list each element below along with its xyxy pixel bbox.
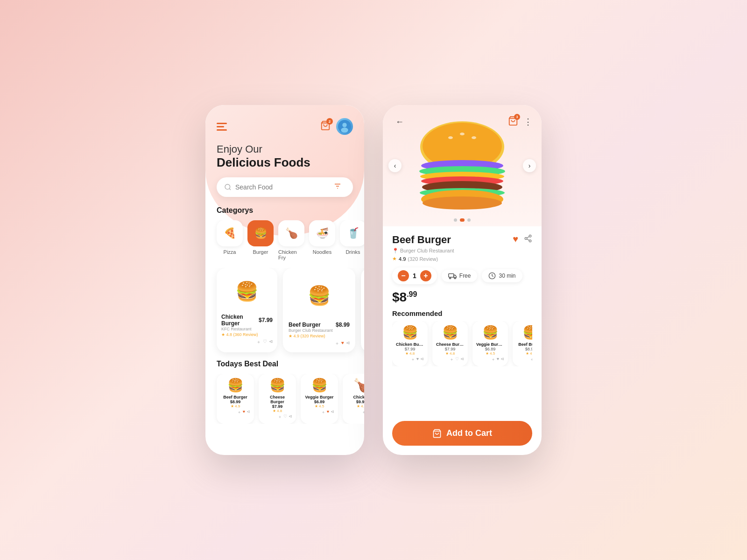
favorite-button[interactable]: ♥: [513, 234, 518, 245]
deal-cheese-heart[interactable]: ♡: [283, 414, 287, 420]
deal-cheese-add[interactable]: ＋: [278, 414, 282, 420]
avatar[interactable]: [336, 118, 353, 135]
add-icon[interactable]: ＋: [256, 339, 261, 345]
deal-chicken-img: 🍗: [346, 378, 364, 393]
rec-cheese[interactable]: 🍔 Cheese Burger $7.99 ★ 4.8 ＋ ♡ ⊲: [432, 321, 468, 366]
more-button[interactable]: ⋮: [524, 117, 532, 127]
add-to-cart-button[interactable]: Add to Cart: [392, 421, 532, 446]
categories-title: Categorys: [205, 206, 364, 220]
heart-icon-beef[interactable]: ♥: [341, 340, 344, 347]
product-details: Beef Burger ♥ 📍 Burger Club Restauran: [383, 226, 542, 416]
rating-stars: ★: [392, 256, 397, 262]
quantity-value: 1: [413, 272, 416, 280]
hero-text: Enjoy Our Delicious Foods: [205, 140, 364, 177]
food-card-veggie[interactable]: 🍔 Veggie Burger $6.99 Fresh Eats ★ 4.5 (…: [361, 268, 364, 352]
deal-beef-share[interactable]: ⊲: [247, 409, 250, 415]
rec-veggie-share[interactable]: ⊲: [500, 357, 504, 363]
time-badge: 30 min: [482, 269, 522, 282]
rec-veggie-actions: ＋ ♥ ⊲: [476, 357, 504, 363]
filter-icon[interactable]: [333, 182, 345, 192]
deal-cheese-share[interactable]: ⊲: [289, 414, 292, 420]
svg-point-30: [454, 278, 456, 279]
rec-veggie-img: 🍔: [476, 325, 504, 340]
rec-veggie-heart[interactable]: ♥: [497, 357, 499, 363]
deal-veggie[interactable]: 🍔 Veggie Burger $6.89 ★ 4.5 ＋ ♥ ⊲: [301, 374, 338, 424]
rec-chicken-share[interactable]: ⊲: [420, 357, 424, 363]
right-cart-button[interactable]: 3: [508, 116, 518, 128]
dot-2[interactable]: [460, 218, 465, 222]
deal-beef-heart[interactable]: ♥: [243, 409, 245, 415]
deal-beef-add[interactable]: ＋: [237, 409, 241, 415]
deal-chicken-add[interactable]: ＋: [362, 409, 364, 415]
cart-button[interactable]: 2: [320, 120, 331, 133]
svg-point-25: [529, 240, 531, 242]
food-card-beef[interactable]: 🍔 Beef Burger $8.99 Burger Club Restaura…: [283, 268, 355, 352]
product-rating: ★ 4.9 (320 Review): [392, 256, 532, 262]
category-chicken[interactable]: 🍗 Chicken Fry: [278, 220, 304, 260]
dot-1[interactable]: [454, 218, 457, 222]
right-header: ← 3 ⋮: [383, 114, 542, 129]
pizza-label: Pizza: [224, 249, 236, 255]
quantity-plus[interactable]: +: [420, 270, 431, 281]
add-icon-beef[interactable]: ＋: [335, 340, 339, 347]
rec-beef[interactable]: 🍔 Beef Burger $8.99 ★ 4.9 ＋ ♡ ⊲: [513, 321, 532, 366]
share-button[interactable]: [524, 234, 532, 245]
category-pizza[interactable]: 🍕 Pizza: [217, 220, 243, 260]
category-burger[interactable]: 🍔 Burger: [247, 220, 274, 260]
beef-burger-name: Beef Burger: [289, 322, 321, 328]
svg-point-4: [225, 184, 230, 189]
deal-veggie-heart[interactable]: ♥: [327, 409, 329, 415]
search-bar[interactable]: [217, 177, 353, 197]
rec-chicken-name: Chicken Burger: [396, 342, 424, 347]
food-card-chicken[interactable]: 🍔 Chicken Burger $7.99 KFC Restaurant ★ …: [217, 268, 277, 352]
hamburger-line-2: [217, 126, 224, 127]
chicken-burger-restaurant: KFC Restaurant: [221, 327, 273, 331]
deal-veggie-add[interactable]: ＋: [321, 409, 325, 415]
deal-cheese-stars: ★ 4.8: [262, 409, 292, 413]
category-drinks[interactable]: 🥤 Drinks: [340, 220, 364, 260]
menu-button[interactable]: [217, 123, 227, 131]
rec-veggie[interactable]: 🍔 Veggie Burger $6.89 ★ 4.5 ＋ ♥ ⊲: [472, 321, 508, 366]
rec-chicken-heart[interactable]: ♥: [416, 357, 419, 363]
deal-veggie-price: $6.89: [304, 399, 334, 404]
chicken-label: Chicken Fry: [278, 249, 304, 260]
right-header-icons: 3 ⋮: [508, 116, 532, 128]
share-icon-beef[interactable]: ⊲: [346, 340, 350, 347]
rec-cheese-img: 🍔: [436, 325, 464, 340]
rec-beef-price: $8.99: [516, 347, 532, 351]
rec-veggie-add[interactable]: ＋: [491, 357, 495, 363]
delivery-time: 30 min: [499, 273, 515, 279]
rec-chicken-actions: ＋ ♥ ⊲: [396, 357, 424, 363]
hero-subtitle: Enjoy Our: [217, 143, 353, 155]
search-input[interactable]: [235, 183, 333, 191]
deal-cheese[interactable]: 🍔 Cheese Burger $7.99 ★ 4.8 ＋ ♡ ⊲: [259, 374, 296, 424]
prev-button[interactable]: ‹: [388, 159, 402, 172]
price-main: $8.99: [392, 290, 417, 304]
category-noodles[interactable]: 🍜 Noodles: [309, 220, 335, 260]
next-button[interactable]: ›: [523, 159, 536, 172]
dot-3[interactable]: [467, 218, 471, 222]
add-to-cart-label: Add to Cart: [446, 428, 492, 438]
rec-beef-add[interactable]: ＋: [530, 357, 532, 363]
deal-beef[interactable]: 🍔 Beef Burger $8.99 ★ 4.9 ＋ ♥ ⊲: [217, 374, 254, 424]
svg-point-22: [423, 196, 502, 210]
rec-chicken[interactable]: 🍔 Chicken Burger $7.99 ★ 4.8 ＋ ♥ ⊲: [392, 321, 428, 366]
rec-cheese-heart[interactable]: ♡: [455, 357, 459, 363]
svg-line-5: [229, 189, 231, 190]
deal-chicken[interactable]: 🍗 Chicken $9.99 ★ 4.7 ＋ ♡ ⊲: [343, 374, 364, 424]
product-image: [413, 119, 511, 212]
share-icon[interactable]: ⊲: [269, 339, 273, 345]
rec-chicken-add[interactable]: ＋: [411, 357, 415, 363]
deal-veggie-share[interactable]: ⊲: [331, 409, 334, 415]
chicken-burger-price: $7.99: [259, 317, 273, 323]
heart-icon[interactable]: ♡: [263, 339, 267, 345]
back-button[interactable]: ←: [392, 114, 407, 129]
rec-cheese-share[interactable]: ⊲: [460, 357, 464, 363]
rec-cheese-add[interactable]: ＋: [450, 357, 454, 363]
phones-container: 2 Enjoy Our Delicious Foods: [205, 105, 542, 455]
chicken-burger-rating: ★ 4.8 (360 Review): [221, 332, 273, 337]
quantity-minus[interactable]: −: [398, 270, 409, 281]
hamburger-line-1: [217, 123, 227, 124]
price-cents: .99: [407, 290, 417, 298]
burger-icon: 🍔: [247, 220, 274, 246]
